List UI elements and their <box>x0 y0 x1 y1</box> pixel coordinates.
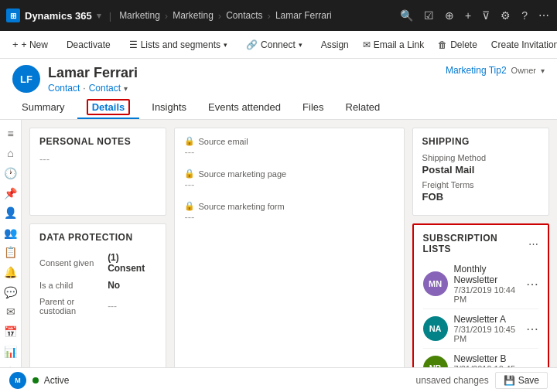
nav-icon-group: 🔍 ☑ ⊕ + ⊽ ⚙ ? ⋯ <box>398 8 551 23</box>
unsaved-changes-text: unsaved changes <box>416 375 489 386</box>
save-button[interactable]: 💾 Save <box>495 372 548 389</box>
consent-row: Consent given (1) Consent <box>39 249 156 277</box>
app-title: Dynamics 365 <box>25 10 92 22</box>
subscription-more-icon[interactable]: ⋯ <box>528 238 538 250</box>
shipping-terms-label: Freight Terms <box>422 180 539 189</box>
app-dropdown-icon[interactable]: ▾ <box>97 11 101 21</box>
connect-button[interactable]: 🔗 Connect ▾ <box>240 34 309 56</box>
sidebar-contacts-icon[interactable]: 👤 <box>2 205 20 220</box>
check-icon[interactable]: ☑ <box>422 8 436 23</box>
data-protection-table: Consent given (1) Consent Is a child No … <box>39 249 156 319</box>
sidebar-home-icon[interactable]: ⌂ <box>2 146 20 162</box>
save-icon: 💾 <box>504 375 515 386</box>
breadcrumb-sep2: › <box>218 10 221 22</box>
shipping-method-field: Shipping Method Postal Mail <box>422 153 539 176</box>
sub-info-na: Newsletter A 7/31/2019 10:45 PM <box>454 314 520 343</box>
sidebar-email-icon[interactable]: ✉ <box>2 304 20 319</box>
subtitle-chevron[interactable]: ▾ <box>124 84 128 93</box>
delete-icon: 🗑 <box>438 39 447 50</box>
email-link-icon: ✉ <box>363 39 371 50</box>
sidebar-menu-icon[interactable]: ≡ <box>2 126 20 141</box>
source-form-field: 🔒 Source marketing form --- <box>184 201 394 223</box>
list-icon: ☰ <box>129 39 138 50</box>
consent-label: Consent given <box>39 249 108 277</box>
nav-contacts[interactable]: Contacts <box>226 10 262 21</box>
status-dot <box>32 377 39 383</box>
lock-icon3: 🔒 <box>184 201 195 211</box>
tab-details[interactable]: Details <box>77 97 140 119</box>
sidebar-recent-icon[interactable]: 🕐 <box>2 165 20 181</box>
sidebar-chat-icon[interactable]: 💬 <box>2 285 20 300</box>
user-avatar: M <box>9 372 26 389</box>
command-bar: + + New Deactivate ☰ Lists and segments … <box>0 31 557 59</box>
shipping-title: SHIPPING <box>422 136 539 147</box>
sub-more-na[interactable]: ⋯ <box>526 322 538 336</box>
settings-icon[interactable]: ⚙ <box>499 8 512 23</box>
delete-button[interactable]: 🗑 Delete <box>432 34 484 56</box>
connect-icon: 🔗 <box>246 39 258 50</box>
sidebar-notifications-icon[interactable]: 🔔 <box>2 264 20 280</box>
sub-name-mn: Monthly Newsletter <box>454 264 520 285</box>
shipping-method-value: Postal Mail <box>422 164 539 176</box>
sidebar-activities-icon[interactable]: 📋 <box>2 245 20 261</box>
deactivate-button[interactable]: Deactivate <box>60 34 117 56</box>
help-icon[interactable]: ? <box>520 8 529 23</box>
lock-icon1: 🔒 <box>184 136 195 146</box>
connect-dropdown-icon: ▾ <box>299 41 302 49</box>
entity-type-link[interactable]: Contact <box>48 83 80 94</box>
owner-role: Owner <box>511 66 536 75</box>
subscription-item-2: NA Newsletter A 7/31/2019 10:45 PM ⋯ <box>423 309 538 349</box>
nav-current: Lamar Ferrari <box>275 10 332 21</box>
lists-dropdown-icon: ▾ <box>224 41 227 49</box>
data-protection-card: Data protection Consent given (1) Consen… <box>29 223 166 379</box>
search-icon[interactable]: 🔍 <box>398 8 415 23</box>
avatar: LF <box>12 65 40 93</box>
owner-name: Marketing Tip2 <box>446 65 507 76</box>
sidebar-pin-icon[interactable]: 📌 <box>2 186 20 201</box>
tab-summary[interactable]: Summary <box>12 97 74 119</box>
sub-avatar-na: NA <box>423 316 448 341</box>
filter-icon[interactable]: ⊽ <box>480 8 491 23</box>
tab-related[interactable]: Related <box>337 97 390 119</box>
subscription-header: Subscription Lists ⋯ <box>423 233 538 254</box>
source-email-value: --- <box>184 146 394 158</box>
new-button[interactable]: + + New <box>6 34 54 56</box>
source-page-field: 🔒 Source marketing page --- <box>184 169 394 190</box>
nav-section[interactable]: Marketing <box>173 10 214 21</box>
nav-module[interactable]: Marketing <box>119 10 160 21</box>
source-form-label: 🔒 Source marketing form <box>184 201 394 211</box>
left-sidebar: ≡ ⌂ 🕐 📌 👤 👥 📋 🔔 💬 ✉ 📅 📊 ⚙ <box>0 120 22 379</box>
email-link-button[interactable]: ✉ Email a Link <box>357 34 430 56</box>
lists-segments-button[interactable]: ☰ Lists and segments ▾ <box>123 34 234 56</box>
sidebar-accounts-icon[interactable]: 👥 <box>2 225 20 240</box>
sidebar-calendar-icon[interactable]: 📅 <box>2 324 20 339</box>
source-email-field: 🔒 Source email --- <box>184 136 394 158</box>
subscription-item-1: MN Monthly Newsletter 7/31/2019 10:44 PM… <box>423 259 538 309</box>
shipping-terms-field: Freight Terms FOB <box>422 180 539 203</box>
source-page-label: 🔒 Source marketing page <box>184 169 394 179</box>
app-icon: ⊞ <box>6 9 20 22</box>
tab-files[interactable]: Files <box>293 97 333 119</box>
source-page-value: --- <box>184 179 394 190</box>
personal-notes-value: --- <box>39 153 156 165</box>
app-logo[interactable]: ⊞ Dynamics 365 ▾ <box>6 9 101 22</box>
owner-chevron-icon[interactable]: ▾ <box>541 66 545 75</box>
sub-more-mn[interactable]: ⋯ <box>526 277 538 291</box>
breadcrumb-sep3: › <box>268 10 271 22</box>
sidebar-reports-icon[interactable]: 📊 <box>2 344 20 360</box>
custodian-value: --- <box>108 294 156 319</box>
tab-insights[interactable]: Insights <box>142 97 196 119</box>
lock-icon2: 🔒 <box>184 169 195 179</box>
location-icon[interactable]: ⊕ <box>443 8 456 23</box>
create-invitation-button[interactable]: Create Invitation <box>485 34 557 56</box>
tab-events-attended[interactable]: Events attended <box>199 97 290 119</box>
more-icon[interactable]: ⋯ <box>537 8 551 23</box>
entity-subtype-link[interactable]: Contact <box>89 83 121 94</box>
source-email-label: 🔒 Source email <box>184 136 394 146</box>
add-icon[interactable]: + <box>463 8 473 23</box>
assign-button[interactable]: Assign <box>315 34 355 56</box>
source-fields-card: 🔒 Source email --- 🔒 Source marketing pa… <box>174 128 404 379</box>
entity-owner[interactable]: Marketing Tip2 Owner ▾ <box>446 65 545 76</box>
entity-name: Lamar Ferrari <box>48 65 138 81</box>
active-status: Active <box>32 375 69 386</box>
